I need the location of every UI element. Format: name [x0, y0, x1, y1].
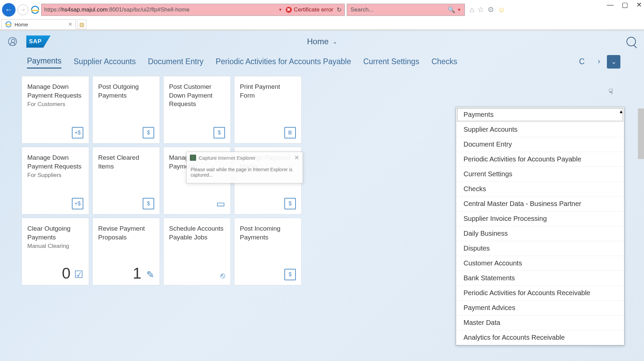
search-placeholder: Search... — [351, 6, 373, 13]
tab-favicon-icon — [5, 21, 11, 27]
menu-item-periodic-ap[interactable]: Periodic Activities for Accounts Payable — [456, 152, 624, 167]
window-minimize-icon[interactable]: — — [607, 1, 614, 9]
tab-strip: Home ✕ ▨ — [0, 18, 644, 30]
tile-title: Post Incoming Payments — [240, 224, 296, 241]
shell-search-icon[interactable] — [626, 37, 636, 46]
fiori-launchpad: SAP Home ⌄ Payments Supplier Accounts Do… — [0, 31, 644, 361]
tile-title: Reset Cleared Items — [98, 153, 154, 171]
tile-manage-down-payment-customers[interactable]: Manage Down Payment Requests For Custome… — [22, 76, 89, 144]
shell-header: SAP Home ⌄ — [0, 31, 644, 52]
scroll-up-icon[interactable]: ▲ — [619, 109, 623, 114]
settings-gear-icon[interactable]: ⚙ — [487, 5, 494, 14]
chevron-down-icon: ⌄ — [611, 58, 616, 66]
menu-item-disputes[interactable]: Disputes — [456, 241, 624, 256]
address-bar-right: ▼ ✖ Certificate error ↻ — [278, 6, 342, 14]
capture-close-icon[interactable]: ✕ — [294, 154, 299, 161]
tab-close-icon[interactable]: ✕ — [68, 21, 73, 27]
document-icon: 🗎 — [284, 127, 296, 138]
anchor-supplier-accounts[interactable]: Supplier Accounts — [74, 57, 136, 68]
window-controls: — ▢ ✕ — [607, 1, 642, 9]
url-scheme: https:// — [44, 6, 61, 13]
money-icon: $ — [284, 269, 296, 280]
search-engine-dropdown-icon[interactable]: ▼ — [457, 7, 461, 12]
nav-back-button[interactable]: ← — [2, 3, 16, 17]
address-bar[interactable]: https:// hs4sap.majul.com :8001/sap/bc/u… — [41, 4, 345, 16]
tile-post-outgoing-payments[interactable]: Post Outgoing Payments $ — [92, 76, 160, 144]
anchor-clipped[interactable]: C — [579, 57, 585, 66]
reload-icon[interactable]: ↻ — [337, 6, 342, 14]
tile-schedule-ap-jobs[interactable]: Schedule Accounts Payable Jobs ⎋ — [163, 218, 231, 285]
chevron-down-icon: ⌄ — [333, 38, 337, 45]
tab-title: Home — [15, 22, 28, 27]
url-host: hs4sap.majul.com — [61, 6, 108, 13]
cert-error-icon: ✖ — [286, 7, 292, 13]
anchor-checks[interactable]: Checks — [431, 57, 457, 68]
url-path: :8001/sap/bc/ui2/flp#Shell-home — [108, 6, 190, 13]
money-icon: $ — [143, 127, 154, 138]
tile-subtitle: For Customers — [27, 101, 83, 108]
money-icon: $ — [284, 198, 296, 209]
address-row: ← → https:// hs4sap.majul.com :8001/sap/… — [0, 0, 644, 18]
anchor-overflow-button[interactable]: ⌄ — [607, 55, 620, 69]
anchor-payments[interactable]: Payments — [27, 56, 61, 69]
menu-item-central-master-data[interactable]: Central Master Data - Business Partner — [456, 197, 624, 211]
menu-item-bank-statements[interactable]: Bank Statements — [456, 271, 624, 286]
capture-dialog-title: Capture Internet Explorer — [199, 155, 255, 161]
tile-manage-down-payment-suppliers[interactable]: Manage Down Payment Requests For Supplie… — [22, 147, 89, 214]
tile-title: Manage Down Payment Requests — [27, 82, 83, 100]
tile-title: Post Customer Down Payment Requests — [169, 82, 225, 108]
anchor-scroll-right-icon[interactable]: › — [598, 57, 600, 66]
menu-item-supplier-accounts[interactable]: Supplier Accounts — [456, 122, 624, 137]
sap-logo-text: SAP — [29, 38, 42, 45]
tile-kpi: 1 — [133, 264, 141, 282]
address-dropdown-icon[interactable]: ▼ — [278, 7, 282, 12]
menu-item-master-data[interactable]: Master Data — [456, 315, 624, 330]
menu-item-checks[interactable]: Checks — [456, 182, 624, 197]
anchor-document-entry[interactable]: Document Entry — [148, 57, 203, 68]
feedback-smiley-icon[interactable]: ☺ — [498, 5, 505, 14]
menu-item-periodic-ar[interactable]: Periodic Activities for Accounts Receiva… — [456, 286, 624, 301]
anchor-current-settings[interactable]: Current Settings — [363, 57, 419, 68]
certificate-error[interactable]: ✖ Certificate error — [286, 6, 333, 13]
tile-reset-cleared-items[interactable]: Reset Cleared Items $ — [92, 147, 160, 214]
home-icon[interactable]: ⌂ — [470, 5, 474, 14]
user-icon[interactable] — [8, 37, 17, 46]
tile-print-payment-form[interactable]: Print Payment Form 🗎 — [234, 76, 302, 144]
menu-item-supplier-invoice[interactable]: Supplier Invoice Processing — [456, 211, 624, 226]
capture-app-icon — [190, 155, 196, 161]
menu-item-daily-business[interactable]: Daily Business — [456, 226, 624, 241]
menu-item-customer-accounts[interactable]: Customer Accounts — [456, 256, 624, 271]
favorites-icon[interactable]: ☆ — [477, 5, 484, 14]
tile-title: Schedule Accounts Payable Jobs — [169, 224, 225, 241]
tile-post-customer-down-payment[interactable]: Post Customer Down Payment Requests $ — [163, 76, 231, 144]
tile-title: Manage Down Payment Requests — [27, 153, 83, 171]
sap-logo[interactable]: SAP — [26, 35, 51, 48]
anchor-periodic-ap[interactable]: Periodic Activities for Accounts Payable — [216, 57, 351, 68]
menu-item-payments[interactable]: Payments — [456, 107, 624, 122]
window-close-icon[interactable]: ✕ — [636, 1, 642, 9]
menu-item-payment-advices[interactable]: Payment Advices — [456, 301, 624, 315]
tile-post-incoming-payments[interactable]: Post Incoming Payments $ — [234, 218, 302, 285]
tile-revise-payment-proposals[interactable]: Revise Payment Proposals 1 ✎ — [92, 218, 160, 285]
browser-tab-home[interactable]: Home ✕ — [1, 19, 76, 29]
money-add-icon: +$ — [72, 127, 83, 138]
tile-title: Clear Outgoing Payments — [27, 224, 83, 241]
menu-item-analytics-ar[interactable]: Analytics for Accounts Receivable — [456, 330, 624, 345]
menu-item-document-entry[interactable]: Document Entry — [456, 137, 624, 152]
new-tab-button[interactable]: ▨ — [77, 20, 86, 29]
menu-item-current-settings[interactable]: Current Settings — [456, 167, 624, 182]
shell-title[interactable]: Home ⌄ — [307, 37, 337, 46]
page-scrollbar-thumb[interactable] — [638, 108, 644, 159]
tile-clear-outgoing-payments[interactable]: Clear Outgoing Payments Manual Clearing … — [22, 218, 89, 285]
capture-dialog-header: Capture Internet Explorer ✕ — [187, 152, 303, 163]
anchor-overflow-menu[interactable]: ▲ Payments Supplier Accounts Document En… — [456, 107, 624, 345]
tile-subtitle: For Suppliers — [27, 172, 83, 179]
browser-toolbar-icons: ⌂ ☆ ⚙ ☺ — [470, 5, 505, 14]
window-maximize-icon[interactable]: ▢ — [622, 1, 628, 9]
tile-subtitle: Manual Clearing — [27, 243, 83, 250]
tile-title: Post Outgoing Payments — [98, 82, 154, 100]
search-icon[interactable]: 🔍 — [448, 6, 455, 14]
browser-search-bar[interactable]: Search... 🔍 ▼ — [347, 4, 465, 16]
tile-kpi: 0 — [62, 264, 71, 282]
anchor-navigation: Payments Supplier Accounts Document Entr… — [0, 52, 644, 73]
